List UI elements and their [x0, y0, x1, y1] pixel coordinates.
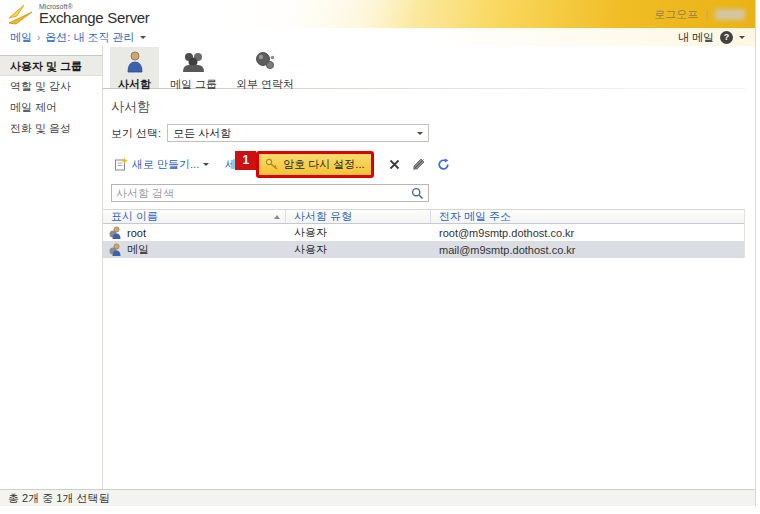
search-icon[interactable] — [411, 187, 424, 200]
new-mailbox-label: 새로 만들기... — [132, 157, 199, 172]
pencil-icon — [412, 158, 425, 171]
top-banner: Microsoft® Exchange Server 로그오프 | — [0, 0, 755, 28]
breadcrumb-chevron-down-icon[interactable] — [140, 36, 146, 39]
breadcrumb-mail-link[interactable]: 메일 — [10, 30, 32, 45]
refresh-button[interactable] — [437, 158, 450, 171]
tab-strip: 사서함 메일 그룹 — [103, 46, 745, 88]
page-chrome: Microsoft® Exchange Server 로그오프 | 메일 › 옵… — [0, 0, 756, 506]
banner-divider: | — [705, 8, 708, 20]
new-item-icon — [114, 157, 128, 171]
mailbox-table: 표시 이름 사서함 유형 전자 메일 주소 — [103, 209, 745, 258]
delete-button[interactable] — [389, 159, 400, 170]
dropdown-chevron-down-icon — [417, 132, 423, 135]
breadcrumb-bar: 메일 › 옵션: 내 조직 관리 내 메일 ? — [0, 28, 755, 46]
mail-group-icon — [181, 51, 207, 74]
cell-mailbox-type: 사용자 — [285, 242, 430, 257]
delete-x-icon — [389, 159, 400, 170]
user-mailbox-icon — [108, 226, 122, 239]
search-box — [111, 184, 429, 202]
help-icon[interactable]: ? — [720, 31, 733, 44]
new-mailbox-button[interactable]: 새로 만들기... — [111, 154, 212, 175]
exchange-ecp-window: Microsoft® Exchange Server 로그오프 | 메일 › 옵… — [0, 0, 760, 514]
refresh-icon — [437, 158, 450, 171]
sidebar-nav: 사용자 및 그룹 역할 및 감사 메일 제어 전화 및 음성 — [0, 46, 103, 489]
key-icon — [265, 158, 279, 171]
view-select-value: 모든 사서함 — [173, 126, 231, 141]
table-row-mail[interactable]: 메일 사용자 mail@m9smtp.dothost.co.kr — [103, 241, 744, 258]
mailbox-person-icon — [125, 51, 145, 74]
selection-count-text: 총 2개 중 1개 선택됨 — [8, 491, 109, 506]
cell-mailbox-type: 사용자 — [285, 225, 430, 240]
column-header-display-name[interactable]: 표시 이름 — [103, 210, 285, 223]
tab-mailboxes[interactable]: 사서함 — [110, 47, 159, 88]
edit-button[interactable] — [412, 158, 425, 171]
tab-external-contacts-label: 외부 연락처 — [236, 77, 294, 92]
column-header-mailbox-type[interactable]: 사서함 유형 — [285, 210, 430, 223]
help-chevron-down-icon[interactable] — [739, 36, 745, 39]
breadcrumb-options-link[interactable]: 옵션: 내 조직 관리 — [45, 30, 134, 45]
exchange-brand: Microsoft® Exchange Server — [8, 3, 150, 26]
cell-email-address: mail@m9smtp.dothost.co.kr — [430, 244, 744, 256]
cell-display-name: 메일 — [127, 242, 149, 257]
sidebar-item-mail-control[interactable]: 메일 제어 — [0, 97, 102, 118]
tab-mail-groups-label: 메일 그룹 — [170, 77, 217, 92]
external-contacts-icon — [253, 51, 277, 74]
product-title: Exchange Server — [39, 10, 150, 26]
details-button[interactable]: 세부 정보... — [218, 154, 254, 175]
details-label: 세부 정보... — [225, 157, 254, 172]
column-header-email-address[interactable]: 전자 메일 주소 — [430, 210, 744, 223]
cell-email-address: root@m9smtp.dothost.co.kr — [430, 227, 744, 239]
table-header-row: 표시 이름 사서함 유형 전자 메일 주소 — [103, 209, 744, 224]
tab-external-contacts[interactable]: 외부 연락처 — [228, 47, 302, 88]
sidebar-item-roles-auditing[interactable]: 역할 및 감사 — [0, 76, 102, 97]
page-title: 사서함 — [111, 98, 745, 116]
toolbar: 새로 만들기... 세부 정보... 1 — [103, 149, 745, 179]
main-content: 사서함 메일 그룹 — [103, 46, 755, 489]
sidebar-item-users-groups[interactable]: 사용자 및 그룹 — [0, 55, 102, 76]
breadcrumb: 메일 › 옵션: 내 조직 관리 — [10, 30, 146, 45]
user-mailbox-icon — [108, 243, 122, 256]
new-chevron-down-icon — [203, 163, 209, 166]
view-select-label: 보기 선택: — [111, 126, 161, 141]
table-row-root[interactable]: root 사용자 root@m9smtp.dothost.co.kr — [103, 224, 744, 241]
reset-password-button[interactable]: 암호 다시 설정... — [259, 154, 370, 175]
logoff-link[interactable]: 로그오프 — [654, 7, 698, 22]
tab-mailboxes-label: 사서함 — [118, 77, 151, 92]
my-mail-link[interactable]: 내 메일 — [678, 30, 714, 45]
sort-ascending-icon — [274, 215, 280, 219]
exchange-logo-icon — [8, 4, 34, 26]
status-bar: 총 2개 중 1개 선택됨 — [0, 489, 755, 506]
tab-mail-groups[interactable]: 메일 그룹 — [162, 47, 225, 88]
annotation-highlight-box: 1 암호 다시 설정... — [256, 151, 373, 178]
search-input[interactable] — [116, 187, 411, 199]
view-select-dropdown[interactable]: 모든 사서함 — [167, 124, 429, 142]
masked-username — [715, 9, 745, 20]
breadcrumb-separator: › — [37, 32, 40, 43]
sidebar-item-phone-voice[interactable]: 전화 및 음성 — [0, 118, 102, 139]
cell-display-name: root — [127, 227, 146, 239]
reset-password-label: 암호 다시 설정... — [283, 157, 364, 172]
